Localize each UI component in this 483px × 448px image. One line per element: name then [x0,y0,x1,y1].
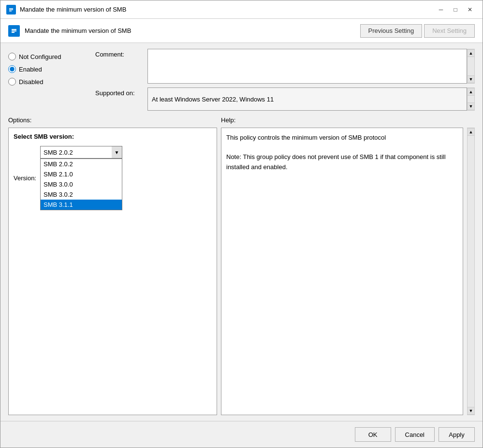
help-panel: This policy controls the minimum version… [221,128,463,415]
main-window: Mandate the minimum version of SMB ─ □ ✕… [0,0,483,448]
title-bar: Mandate the minimum version of SMB ─ □ ✕ [0,0,483,19]
ok-button[interactable]: OK [355,427,391,442]
panels-row: Select SMB version: Version: SMB 2.0.2 S… [8,128,475,415]
supported-scroll-track [468,96,474,102]
supported-label: Supported on: [95,87,144,97]
top-section: Not Configured Enabled Disabled Comment: [8,49,475,111]
help-section-label: Help: [221,116,475,124]
not-configured-label: Not Configured [19,53,61,60]
radio-group: Not Configured Enabled Disabled [8,49,95,111]
supported-scrollbar[interactable]: ▲ ▼ [467,87,475,111]
comment-scrollbar[interactable]: ▲ ▼ [467,49,475,84]
close-button[interactable]: ✕ [463,4,477,15]
sub-header-icon [8,25,20,37]
disabled-label: Disabled [19,78,44,86]
supported-scroll-up-icon: ▲ [469,89,473,94]
help-scroll-track [468,136,474,407]
supported-scroll-up[interactable]: ▲ [467,88,475,96]
maximize-icon: □ [454,6,457,13]
minimize-button[interactable]: ─ [434,4,448,15]
dropdown-item-smb311[interactable]: SMB 3.1.1 [41,200,122,210]
svg-rect-1 [9,8,13,9]
svg-rect-5 [12,29,16,30]
content-area: Not Configured Enabled Disabled Comment: [0,43,483,421]
comment-scroll-down[interactable]: ▼ [467,75,475,83]
enabled-label: Enabled [19,66,42,73]
dropdown-item-smb300[interactable]: SMB 3.0.0 [41,179,122,189]
not-configured-radio[interactable]: Not Configured [8,53,95,60]
supported-field-wrapper: At least Windows Server 2022, Windows 11… [147,87,475,111]
sub-header-title: Mandate the minimum version of SMB [25,27,360,34]
help-scrollbar[interactable]: ▲ ▼ [467,128,475,415]
help-scroll-up[interactable]: ▲ [467,128,475,136]
enabled-radio[interactable]: Enabled [8,65,95,73]
version-label: Version: [14,174,36,182]
maximize-button[interactable]: □ [449,4,462,15]
help-paragraph-1: This policy controls the minimum version… [226,133,458,143]
footer: OK Cancel Apply [0,421,483,448]
version-dropdown[interactable]: SMB 2.0.2 SMB 2.1.0 SMB 3.0.0 SMB 3.0.2 … [40,146,122,159]
section-labels: Options: Help: [8,116,475,124]
comment-row: Comment: ▲ ▼ [95,49,475,84]
version-dropdown-container: SMB 2.0.2 SMB 2.1.0 SMB 3.0.0 SMB 3.0.2 … [40,146,122,159]
dropdown-item-smb210[interactable]: SMB 2.1.0 [41,169,122,179]
svg-rect-3 [9,11,12,12]
dropdown-item-smb302[interactable]: SMB 3.0.2 [41,189,122,200]
svg-rect-2 [9,9,13,10]
supported-scroll-down[interactable]: ▼ [467,102,475,110]
options-section-label: Options: [8,116,221,124]
supported-value: At least Windows Server 2022, Windows 11 [147,87,467,111]
comment-field-wrapper: ▲ ▼ [147,49,475,84]
help-paragraph-2: Note: This group policy does not prevent… [226,152,458,173]
help-scroll-down[interactable]: ▼ [467,407,475,415]
supported-row: Supported on: At least Windows Server 20… [95,87,475,111]
scroll-up-icon: ▲ [469,51,473,56]
comment-scroll-track [468,57,474,75]
options-panel: Select SMB version: Version: SMB 2.0.2 S… [8,128,217,415]
cancel-button[interactable]: Cancel [395,427,435,442]
dropdown-list: SMB 2.0.2 SMB 2.1.0 SMB 3.0.0 SMB 3.0.2 … [40,159,122,210]
svg-rect-6 [12,30,16,31]
minimize-icon: ─ [439,6,443,13]
supported-scroll-down-icon: ▼ [469,104,473,109]
dropdown-item-smb202[interactable]: SMB 2.0.2 [41,159,122,169]
apply-button[interactable]: Apply [439,427,475,442]
comment-scroll-up[interactable]: ▲ [467,49,475,57]
right-section: Comment: ▲ ▼ [95,49,475,111]
svg-rect-7 [12,32,15,33]
window-title: Mandate the minimum version of SMB [20,6,434,13]
disabled-radio[interactable]: Disabled [8,78,95,86]
comment-label: Comment: [95,49,144,58]
options-title: Select SMB version: [14,133,212,140]
version-row: Version: SMB 2.0.2 SMB 2.1.0 SMB 3.0.0 S… [14,146,212,210]
comment-textarea[interactable] [147,49,467,84]
scroll-down-icon: ▼ [469,77,473,82]
window-controls: ─ □ ✕ [434,4,477,15]
nav-buttons: Previous Setting Next Setting [360,24,475,38]
close-icon: ✕ [468,6,472,13]
sub-header: Mandate the minimum version of SMB Previ… [0,19,483,43]
previous-setting-button[interactable]: Previous Setting [360,24,423,38]
window-icon [6,5,16,14]
next-setting-button[interactable]: Next Setting [424,24,475,38]
